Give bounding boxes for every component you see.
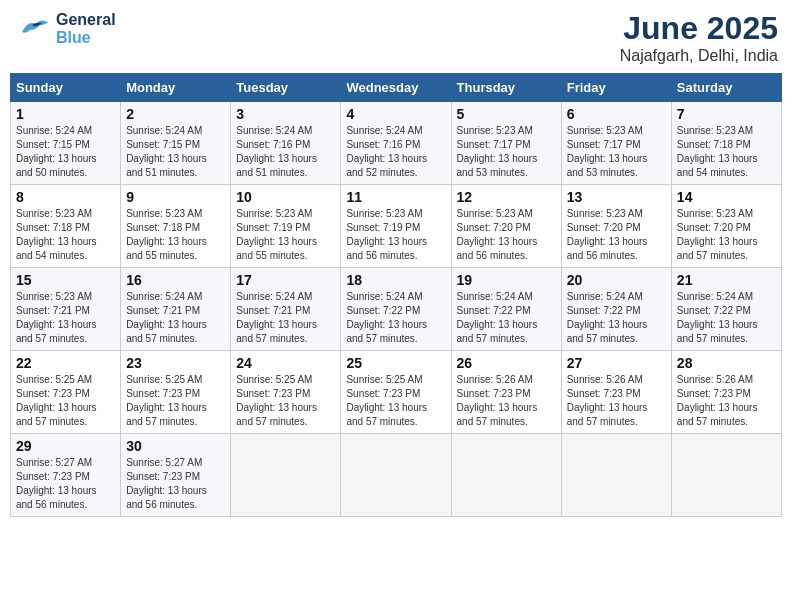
calendar-header-cell: Wednesday: [341, 74, 451, 102]
day-detail: Sunrise: 5:23 AM Sunset: 7:20 PM Dayligh…: [457, 207, 556, 263]
day-detail: Sunrise: 5:23 AM Sunset: 7:18 PM Dayligh…: [677, 124, 776, 180]
day-detail: Sunrise: 5:25 AM Sunset: 7:23 PM Dayligh…: [346, 373, 445, 429]
calendar-cell: 3Sunrise: 5:24 AM Sunset: 7:16 PM Daylig…: [231, 102, 341, 185]
logo-general-text: General: [56, 11, 116, 29]
calendar-cell: 29Sunrise: 5:27 AM Sunset: 7:23 PM Dayli…: [11, 434, 121, 517]
day-detail: Sunrise: 5:25 AM Sunset: 7:23 PM Dayligh…: [126, 373, 225, 429]
day-detail: Sunrise: 5:23 AM Sunset: 7:20 PM Dayligh…: [567, 207, 666, 263]
day-detail: Sunrise: 5:27 AM Sunset: 7:23 PM Dayligh…: [126, 456, 225, 512]
calendar-cell: 25Sunrise: 5:25 AM Sunset: 7:23 PM Dayli…: [341, 351, 451, 434]
calendar-cell: 5Sunrise: 5:23 AM Sunset: 7:17 PM Daylig…: [451, 102, 561, 185]
calendar-cell: 22Sunrise: 5:25 AM Sunset: 7:23 PM Dayli…: [11, 351, 121, 434]
day-number: 18: [346, 272, 445, 288]
calendar-cell: [561, 434, 671, 517]
day-detail: Sunrise: 5:24 AM Sunset: 7:22 PM Dayligh…: [567, 290, 666, 346]
calendar-cell: 14Sunrise: 5:23 AM Sunset: 7:20 PM Dayli…: [671, 185, 781, 268]
day-number: 3: [236, 106, 335, 122]
logo-text: General Blue: [56, 11, 116, 46]
calendar-header-cell: Sunday: [11, 74, 121, 102]
day-number: 25: [346, 355, 445, 371]
calendar-header-cell: Thursday: [451, 74, 561, 102]
day-number: 29: [16, 438, 115, 454]
day-detail: Sunrise: 5:25 AM Sunset: 7:23 PM Dayligh…: [236, 373, 335, 429]
day-number: 19: [457, 272, 556, 288]
calendar-header-cell: Saturday: [671, 74, 781, 102]
day-number: 21: [677, 272, 776, 288]
calendar-row: 15Sunrise: 5:23 AM Sunset: 7:21 PM Dayli…: [11, 268, 782, 351]
calendar-cell: 11Sunrise: 5:23 AM Sunset: 7:19 PM Dayli…: [341, 185, 451, 268]
logo: General Blue: [14, 10, 116, 48]
day-number: 10: [236, 189, 335, 205]
day-detail: Sunrise: 5:26 AM Sunset: 7:23 PM Dayligh…: [677, 373, 776, 429]
calendar-body: 1Sunrise: 5:24 AM Sunset: 7:15 PM Daylig…: [11, 102, 782, 517]
day-detail: Sunrise: 5:23 AM Sunset: 7:19 PM Dayligh…: [236, 207, 335, 263]
day-number: 30: [126, 438, 225, 454]
day-detail: Sunrise: 5:23 AM Sunset: 7:20 PM Dayligh…: [677, 207, 776, 263]
calendar-cell: 20Sunrise: 5:24 AM Sunset: 7:22 PM Dayli…: [561, 268, 671, 351]
page-header: General Blue June 2025 Najafgarh, Delhi,…: [10, 10, 782, 65]
calendar-cell: 13Sunrise: 5:23 AM Sunset: 7:20 PM Dayli…: [561, 185, 671, 268]
calendar-cell: [671, 434, 781, 517]
day-detail: Sunrise: 5:23 AM Sunset: 7:17 PM Dayligh…: [567, 124, 666, 180]
day-number: 28: [677, 355, 776, 371]
calendar-cell: 4Sunrise: 5:24 AM Sunset: 7:16 PM Daylig…: [341, 102, 451, 185]
day-detail: Sunrise: 5:24 AM Sunset: 7:21 PM Dayligh…: [236, 290, 335, 346]
calendar-cell: 1Sunrise: 5:24 AM Sunset: 7:15 PM Daylig…: [11, 102, 121, 185]
day-number: 5: [457, 106, 556, 122]
calendar-cell: 16Sunrise: 5:24 AM Sunset: 7:21 PM Dayli…: [121, 268, 231, 351]
calendar-table: SundayMondayTuesdayWednesdayThursdayFrid…: [10, 73, 782, 517]
calendar-cell: 9Sunrise: 5:23 AM Sunset: 7:18 PM Daylig…: [121, 185, 231, 268]
day-number: 6: [567, 106, 666, 122]
calendar-cell: 26Sunrise: 5:26 AM Sunset: 7:23 PM Dayli…: [451, 351, 561, 434]
calendar-cell: 12Sunrise: 5:23 AM Sunset: 7:20 PM Dayli…: [451, 185, 561, 268]
day-number: 27: [567, 355, 666, 371]
day-detail: Sunrise: 5:26 AM Sunset: 7:23 PM Dayligh…: [457, 373, 556, 429]
day-number: 20: [567, 272, 666, 288]
calendar-cell: 18Sunrise: 5:24 AM Sunset: 7:22 PM Dayli…: [341, 268, 451, 351]
logo-blue-text: Blue: [56, 29, 116, 47]
day-number: 4: [346, 106, 445, 122]
day-number: 1: [16, 106, 115, 122]
day-number: 16: [126, 272, 225, 288]
day-number: 17: [236, 272, 335, 288]
calendar-header-cell: Friday: [561, 74, 671, 102]
calendar-cell: 17Sunrise: 5:24 AM Sunset: 7:21 PM Dayli…: [231, 268, 341, 351]
title-area: June 2025 Najafgarh, Delhi, India: [620, 10, 778, 65]
day-number: 12: [457, 189, 556, 205]
calendar-cell: 10Sunrise: 5:23 AM Sunset: 7:19 PM Dayli…: [231, 185, 341, 268]
calendar-row: 22Sunrise: 5:25 AM Sunset: 7:23 PM Dayli…: [11, 351, 782, 434]
day-detail: Sunrise: 5:23 AM Sunset: 7:17 PM Dayligh…: [457, 124, 556, 180]
calendar-cell: [231, 434, 341, 517]
calendar-cell: 8Sunrise: 5:23 AM Sunset: 7:18 PM Daylig…: [11, 185, 121, 268]
calendar-cell: 27Sunrise: 5:26 AM Sunset: 7:23 PM Dayli…: [561, 351, 671, 434]
day-detail: Sunrise: 5:24 AM Sunset: 7:16 PM Dayligh…: [236, 124, 335, 180]
day-detail: Sunrise: 5:24 AM Sunset: 7:22 PM Dayligh…: [346, 290, 445, 346]
day-number: 23: [126, 355, 225, 371]
day-number: 7: [677, 106, 776, 122]
logo-icon: [14, 10, 52, 48]
day-detail: Sunrise: 5:23 AM Sunset: 7:19 PM Dayligh…: [346, 207, 445, 263]
day-number: 2: [126, 106, 225, 122]
day-number: 9: [126, 189, 225, 205]
day-detail: Sunrise: 5:23 AM Sunset: 7:18 PM Dayligh…: [126, 207, 225, 263]
day-detail: Sunrise: 5:23 AM Sunset: 7:21 PM Dayligh…: [16, 290, 115, 346]
day-detail: Sunrise: 5:27 AM Sunset: 7:23 PM Dayligh…: [16, 456, 115, 512]
calendar-row: 1Sunrise: 5:24 AM Sunset: 7:15 PM Daylig…: [11, 102, 782, 185]
calendar-cell: 28Sunrise: 5:26 AM Sunset: 7:23 PM Dayli…: [671, 351, 781, 434]
day-detail: Sunrise: 5:24 AM Sunset: 7:15 PM Dayligh…: [126, 124, 225, 180]
day-detail: Sunrise: 5:23 AM Sunset: 7:18 PM Dayligh…: [16, 207, 115, 263]
calendar-cell: [341, 434, 451, 517]
day-detail: Sunrise: 5:24 AM Sunset: 7:22 PM Dayligh…: [677, 290, 776, 346]
calendar-cell: 23Sunrise: 5:25 AM Sunset: 7:23 PM Dayli…: [121, 351, 231, 434]
calendar-cell: 21Sunrise: 5:24 AM Sunset: 7:22 PM Dayli…: [671, 268, 781, 351]
calendar-row: 8Sunrise: 5:23 AM Sunset: 7:18 PM Daylig…: [11, 185, 782, 268]
day-number: 26: [457, 355, 556, 371]
day-detail: Sunrise: 5:25 AM Sunset: 7:23 PM Dayligh…: [16, 373, 115, 429]
day-detail: Sunrise: 5:24 AM Sunset: 7:16 PM Dayligh…: [346, 124, 445, 180]
calendar-cell: 7Sunrise: 5:23 AM Sunset: 7:18 PM Daylig…: [671, 102, 781, 185]
day-number: 14: [677, 189, 776, 205]
calendar-header-row: SundayMondayTuesdayWednesdayThursdayFrid…: [11, 74, 782, 102]
calendar-row: 29Sunrise: 5:27 AM Sunset: 7:23 PM Dayli…: [11, 434, 782, 517]
calendar-header-cell: Monday: [121, 74, 231, 102]
calendar-cell: 6Sunrise: 5:23 AM Sunset: 7:17 PM Daylig…: [561, 102, 671, 185]
